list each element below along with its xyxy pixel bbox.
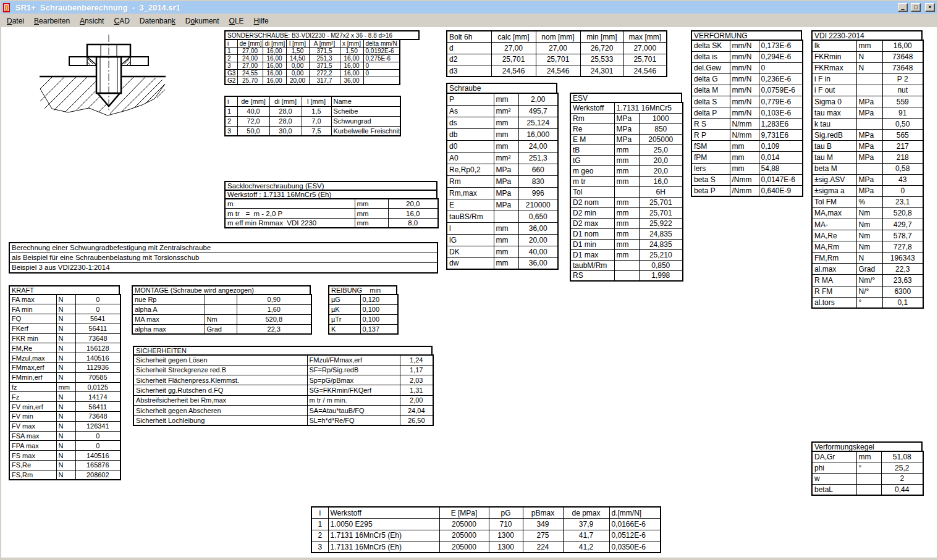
table-cell: 25,0 bbox=[639, 144, 683, 155]
table-cell: G2 bbox=[225, 77, 237, 85]
table-cell: de [mm] bbox=[237, 96, 269, 106]
table-cell: Werkstoff bbox=[570, 102, 614, 113]
table-cell: mm bbox=[614, 239, 639, 249]
table-cell: 1 bbox=[311, 519, 328, 530]
table-schraube: SchraubePmm2,00Asmm²495,7dsmm25,124dbmm1… bbox=[446, 83, 559, 270]
table-cell: 24,04 bbox=[400, 405, 433, 415]
table-cell: A [mm²] bbox=[309, 40, 340, 48]
table-cell: d0 bbox=[447, 140, 494, 152]
table-cell: m geo bbox=[570, 165, 614, 176]
table-cell: 30,0 bbox=[269, 126, 302, 136]
table-cell bbox=[856, 119, 882, 130]
menu-item-bearbeiten[interactable]: Bearbeiten bbox=[29, 15, 75, 27]
table-cell: mm² bbox=[494, 105, 518, 117]
table-cell: 0,0125 bbox=[75, 382, 120, 392]
menu-item-hilfe[interactable]: Hilfe bbox=[249, 15, 274, 27]
table-cell: Re bbox=[570, 123, 614, 134]
table-cell: N bbox=[56, 441, 75, 451]
table-cell: Tol FM bbox=[812, 196, 856, 207]
table-cell: 0,850 bbox=[639, 260, 683, 270]
table-row: Re,Rp0,2MPa660 bbox=[447, 164, 558, 175]
table-cell: N bbox=[56, 470, 75, 480]
table-cell: 20,00 bbox=[518, 234, 558, 246]
table-row: DKmm40,00 bbox=[447, 246, 558, 257]
table-cell: 495,7 bbox=[518, 105, 558, 117]
table-cell: 0,1 bbox=[882, 297, 923, 308]
table-row: 11.0050 E29520500071034937,90,0166E-6 bbox=[311, 519, 661, 530]
table-cell: Tol bbox=[570, 186, 614, 197]
table-row: 127,0016,001,50371,51,500,0192E-6 bbox=[225, 48, 400, 55]
table-row: dbmm16,000 bbox=[447, 128, 558, 140]
close-button[interactable]: × bbox=[925, 3, 935, 12]
table-cell: N bbox=[56, 421, 75, 431]
table-row: FA maxN0 bbox=[9, 295, 120, 304]
table-cell: 251,3 bbox=[518, 152, 558, 164]
table-cell: 660 bbox=[518, 164, 558, 175]
table-cell: Nm bbox=[856, 207, 882, 219]
table-cell: 0,0166E-6 bbox=[609, 519, 661, 530]
table-cell: 27,00 bbox=[237, 62, 263, 70]
menu-item-dokument[interactable]: Dokument bbox=[180, 15, 224, 27]
table-cell: 520,8 bbox=[237, 314, 311, 324]
table-row: FS,RmN208602 bbox=[9, 470, 120, 480]
table-cell: 1 bbox=[225, 48, 237, 55]
table-cell: 251,3 bbox=[309, 55, 340, 62]
menu-item-cad[interactable]: CAD bbox=[109, 15, 134, 27]
table-cell: 36,00 bbox=[340, 77, 363, 85]
table-cell: R S bbox=[691, 119, 730, 130]
table-cell: m eff min Rmmax VDI 2230 bbox=[225, 218, 355, 228]
table-bolt6h: Bolt 6hcalc [mm]nom [mm]min [mm]max [mm]… bbox=[446, 30, 667, 77]
table-cell: N bbox=[56, 451, 75, 461]
table-row: beta M0,58 bbox=[812, 163, 923, 174]
table-cell: mm bbox=[494, 257, 518, 269]
table-cell: 1.7131 16MnCr5 (Eh) bbox=[328, 530, 439, 541]
table-row: delta Gmm/N0,236E-6 bbox=[691, 73, 803, 85]
table-cell: P bbox=[447, 93, 494, 105]
table-cell: Nm bbox=[205, 314, 237, 324]
table-cell: µK bbox=[329, 304, 360, 314]
table-cell: 0 bbox=[363, 70, 400, 77]
table-cell: tau B bbox=[812, 141, 856, 152]
table-cell: 727,8 bbox=[882, 241, 923, 253]
table-cell: lG bbox=[447, 234, 494, 246]
table-row: beta P/Nmm0,640E-9 bbox=[691, 185, 803, 196]
table-cell: mm bbox=[494, 128, 518, 140]
table-cell: 14,50 bbox=[286, 55, 309, 62]
table-cell: di [mm] bbox=[269, 96, 302, 106]
table-verformung: VERFORMUNGdelta SKmm/N0,173E-6delta ismm… bbox=[691, 30, 803, 197]
table-cell: mm bbox=[614, 144, 639, 155]
table-cell: i bbox=[225, 96, 237, 106]
table-cell: MPa bbox=[856, 152, 882, 163]
maximize-button[interactable]: □ bbox=[911, 3, 921, 12]
table-cell bbox=[205, 304, 237, 314]
menu-item-ansicht[interactable]: Ansicht bbox=[75, 15, 109, 27]
table-cell: FKR min bbox=[9, 333, 56, 343]
table-row: m tr = m - 2,0 Pmm16,0 bbox=[225, 209, 438, 219]
table-cell: 0 bbox=[759, 62, 803, 73]
table-cell: N bbox=[56, 343, 75, 353]
table-row: FKRminN73648 bbox=[812, 51, 923, 62]
table-cell: 3 bbox=[225, 126, 237, 136]
table-cell: mm bbox=[614, 176, 639, 186]
table-cell: 22,3 bbox=[882, 264, 923, 275]
table-cell: i bbox=[225, 40, 237, 48]
table-cell: 24,00 bbox=[518, 140, 558, 152]
table-row: al.maxGrad22,3 bbox=[812, 264, 923, 275]
table-cell: dw bbox=[447, 257, 494, 269]
menu-item-datenbank[interactable]: Datenbank bbox=[135, 15, 180, 27]
menu-item-ole[interactable]: OLE bbox=[224, 15, 249, 27]
table-cell: l [mm] bbox=[286, 40, 309, 48]
table-row: D1 minmm24,835 bbox=[570, 239, 683, 249]
menu-item-datei[interactable]: Datei bbox=[2, 15, 29, 27]
table-cell: 25,70 bbox=[237, 77, 263, 85]
table-cell: 140516 bbox=[75, 353, 120, 363]
table-cell: d3 bbox=[447, 65, 491, 77]
table-cell: D1 nom bbox=[570, 228, 614, 239]
table-cell: 16,00 bbox=[263, 55, 286, 62]
table-row: E MMPa205000 bbox=[570, 134, 683, 144]
table-cell: N bbox=[56, 314, 75, 324]
table-cell: MPa bbox=[614, 113, 639, 123]
table-cell: mm bbox=[494, 140, 518, 152]
table-row: FSA maxN0 bbox=[9, 431, 120, 441]
minimize-button[interactable]: _ bbox=[898, 3, 908, 12]
